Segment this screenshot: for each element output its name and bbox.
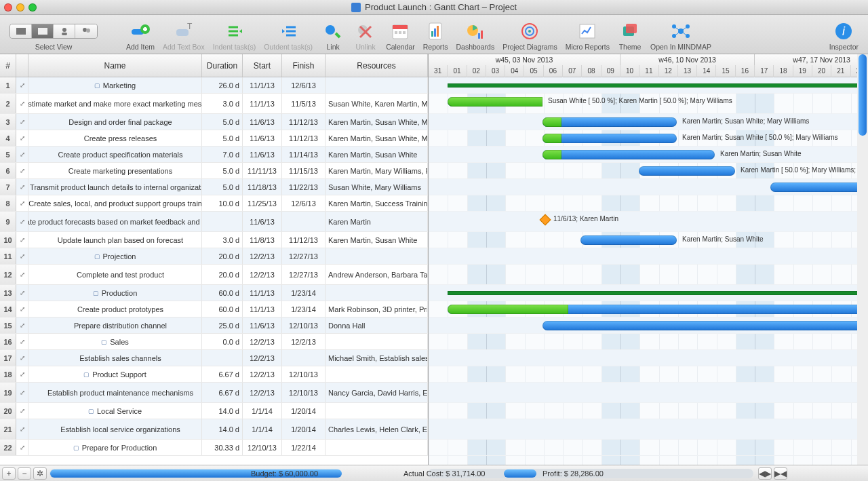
task-bar[interactable] <box>580 235 677 245</box>
link-button[interactable]: Link <box>321 21 345 51</box>
task-bar[interactable] <box>542 134 677 143</box>
close-window-button[interactable] <box>4 3 12 12</box>
outdent-button[interactable]: Outdent task(s) <box>264 21 313 51</box>
col-start[interactable]: Start <box>243 54 282 77</box>
table-row[interactable]: 18⤢▢Product Support6.67 d12/2/1312/10/13 <box>0 366 428 383</box>
gantt-row[interactable] <box>429 419 868 440</box>
zoom-window-button[interactable] <box>28 3 37 12</box>
svg-point-28 <box>528 30 531 33</box>
inspector-button[interactable]: iInspector <box>829 21 859 51</box>
project-diagrams-button[interactable]: Project Diagrams <box>502 21 557 51</box>
table-row[interactable]: 5⤢Create product specification materials… <box>0 147 428 163</box>
open-mindmap-button[interactable]: Open In MINDMAP <box>650 21 711 51</box>
gantt-row[interactable] <box>429 265 868 285</box>
table-row[interactable]: 14⤢Create product prototypes60.0 d11/1/1… <box>0 301 428 318</box>
table-row[interactable]: 22⤢▢Prepare for Production30.33 d12/10/1… <box>0 440 428 456</box>
view-team-icon[interactable] <box>75 24 97 38</box>
gantt-row[interactable]: Karen Martin; Susan White [ 50.0 %]; Mar… <box>429 130 868 147</box>
unlink-button[interactable]: Unlink <box>353 21 378 51</box>
settings-button[interactable]: ✲ <box>33 467 47 480</box>
vertical-scrollbar[interactable] <box>857 54 868 465</box>
col-name[interactable]: Name <box>28 54 202 77</box>
task-bar[interactable] <box>542 150 715 159</box>
col-duration[interactable]: Duration <box>202 54 243 77</box>
table-row[interactable]: 12⤢Complete and test product20.0 d12/2/1… <box>0 265 428 285</box>
view-gantt-icon[interactable] <box>32 24 54 38</box>
table-row[interactable]: 8⤢Create sales, local, and product suppo… <box>0 195 428 212</box>
view-list-icon[interactable] <box>10 24 32 38</box>
zoom-out-button[interactable]: ◀▶ <box>758 467 772 480</box>
table-row[interactable]: 13⤢▢Production60.0 d11/1/131/23/14 <box>0 285 428 301</box>
task-bar[interactable] <box>542 117 677 127</box>
gantt-row[interactable] <box>429 366 868 383</box>
gantt-row[interactable] <box>429 301 868 318</box>
theme-button[interactable]: Theme <box>618 21 642 51</box>
col-finish[interactable]: Finish <box>282 54 326 77</box>
add-row-button[interactable]: + <box>2 467 16 480</box>
add-text-box-button[interactable]: TAdd Text Box <box>163 21 205 51</box>
gantt-row[interactable] <box>429 179 868 195</box>
task-bar[interactable] <box>770 182 865 192</box>
table-row[interactable]: 1⤢▢Marketing26.0 d11/1/1312/6/13 <box>0 77 428 94</box>
table-row[interactable]: 21⤢Establish local service organizations… <box>0 419 428 440</box>
gantt-row[interactable]: Karen Martin; Susan White <box>429 147 868 163</box>
remove-row-button[interactable]: − <box>18 467 31 480</box>
indent-button[interactable]: Indent task(s) <box>213 21 256 51</box>
gantt-row[interactable] <box>429 248 868 265</box>
table-row[interactable]: 6⤢Create marketing presentations5.0 d11/… <box>0 163 428 179</box>
table-row[interactable]: 17⤢Establish sales channels12/2/13Michae… <box>0 350 428 366</box>
view-resource-icon[interactable] <box>54 24 75 38</box>
summary-bar[interactable] <box>448 83 868 88</box>
calendar-button[interactable]: Calendar <box>386 21 415 51</box>
table-row[interactable]: 4⤢Create press releases5.0 d11/6/1311/12… <box>0 130 428 147</box>
table-row[interactable]: 19⤢Establish product maintenance mechani… <box>0 383 428 403</box>
actual-cost-label: Actual Cost: $ 31,714.00 <box>403 469 485 478</box>
table-row[interactable]: 3⤢Design and order final package5.0 d11/… <box>0 114 428 130</box>
summary-bar[interactable] <box>448 291 868 295</box>
gantt-row[interactable]: Karen Martin; Susan White <box>429 232 868 248</box>
table-row[interactable]: 7⤢Transmit product launch details to int… <box>0 179 428 195</box>
table-row[interactable]: 15⤢Prepare distribution channel25.0 d11/… <box>0 318 428 334</box>
task-bar[interactable] <box>542 321 868 330</box>
table-row[interactable]: 9⤢Update product forecasts based on mark… <box>0 212 428 232</box>
gantt-body[interactable]: Susan White [ 50.0 %]; Karen Martin [ 50… <box>429 77 868 465</box>
milestone-marker[interactable] <box>540 214 551 226</box>
grid-body[interactable]: 1⤢▢Marketing26.0 d11/1/1312/6/132⤢Estima… <box>0 77 428 465</box>
add-item-button[interactable]: Add Item <box>126 21 155 51</box>
minimize-window-button[interactable] <box>16 3 24 12</box>
col-resources[interactable]: Resources <box>326 54 428 77</box>
task-bar[interactable] <box>639 166 735 176</box>
gantt-row[interactable] <box>429 383 868 403</box>
table-row[interactable]: 10⤢Update launch plan based on forecast3… <box>0 232 428 248</box>
col-number[interactable]: # <box>0 54 16 77</box>
table-row[interactable]: 16⤢▢Sales0.0 d12/2/1312/2/13 <box>0 334 428 350</box>
gantt-row[interactable] <box>429 403 868 419</box>
table-row[interactable]: 11⤢▢Projection20.0 d12/2/1312/27/13 <box>0 248 428 265</box>
zoom-in-button[interactable]: ▶◀ <box>774 467 787 480</box>
view-segmented-control[interactable] <box>9 24 98 39</box>
gantt-row[interactable]: Karen Martin; Susan White; Mary Williams <box>429 114 868 130</box>
gantt-row[interactable] <box>429 195 868 212</box>
gantt-row[interactable] <box>429 285 868 301</box>
svg-rect-29 <box>580 24 595 38</box>
dashboards-button[interactable]: Dashboards <box>456 21 495 51</box>
gantt-row[interactable] <box>429 77 868 94</box>
bar-label: Karen Martin; Susan White <box>682 235 764 243</box>
svg-rect-20 <box>431 31 433 37</box>
gantt-row[interactable] <box>429 440 868 456</box>
progress-bar <box>542 117 561 127</box>
table-row[interactable]: 2⤢Estimate market and make more exact ma… <box>0 94 428 114</box>
gantt-row[interactable]: 11/6/13; Karen Martin <box>429 212 868 232</box>
week-label: w45, 03 Nov 2013 <box>429 54 620 65</box>
gantt-row[interactable] <box>429 334 868 350</box>
gantt-row[interactable] <box>429 350 868 366</box>
gantt-chart[interactable]: w45, 03 Nov 2013w46, 10 Nov 2013w47, 17 … <box>429 54 868 465</box>
gantt-row[interactable]: Susan White [ 50.0 %]; Karen Martin [ 50… <box>429 94 868 114</box>
micro-reports-button[interactable]: Micro Reports <box>566 21 610 51</box>
gantt-row[interactable] <box>429 318 868 334</box>
svg-rect-25 <box>481 31 483 39</box>
day-label: 16 <box>736 65 755 77</box>
table-row[interactable]: 20⤢▢Local Service14.0 d1/1/141/20/14 <box>0 403 428 419</box>
reports-button[interactable]: Reports <box>423 21 448 51</box>
gantt-row[interactable]: Karen Martin [ 50.0 %]; Mary Williams; P… <box>429 163 868 179</box>
